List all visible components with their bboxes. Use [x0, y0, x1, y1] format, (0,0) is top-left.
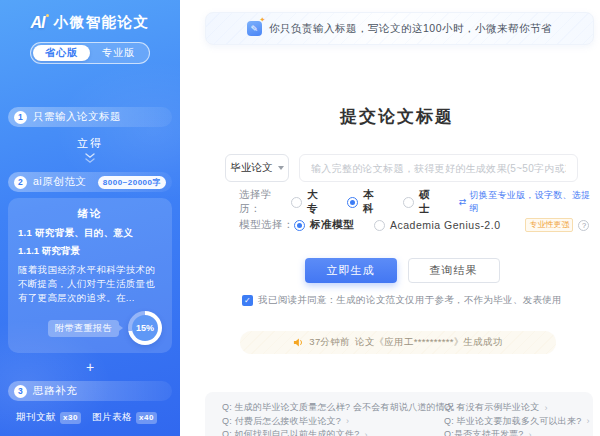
faq-text: Q: 毕业论文要加载多久可以出来?: [444, 415, 581, 428]
faq-item-receive[interactable]: Q: 付费后怎么接收毕业论文? ›: [222, 415, 444, 428]
faq-text: Q: 生成的毕业论文质量怎么样? 会不会有胡说八道的情况: [222, 401, 454, 414]
chevron-right-icon: ›: [586, 416, 589, 426]
step-1-pill: 1 只需输入论文标题: [8, 107, 172, 127]
preview-paragraph: 随着我国经济水平和科学技术的不断提高，人们对于生活质量也有了更高层次的追求。在.…: [18, 263, 162, 304]
chevron-right-icon: ›: [544, 403, 547, 413]
radio-model-standard[interactable]: 标准模型: [294, 218, 354, 232]
radio-icon: [374, 220, 385, 231]
resource-figures-tables: 图片表格 x40: [92, 411, 168, 424]
notice-bar: 37分钟前 论文《应用工**********》生成成功: [240, 331, 556, 354]
chevron-right-icon: ›: [529, 430, 532, 436]
radio-label: 硕士: [419, 188, 439, 216]
word-count-badge: 8000~20000字: [98, 176, 166, 189]
faq-item-loading-time[interactable]: Q: 毕业论文要加载多久可以出来? ›: [444, 415, 590, 428]
agreement-text: 我已阅读并同意：生成的论文范文仅用于参考，不作为毕业、发表使用: [258, 294, 562, 307]
step-3-pill: 3 思路补充: [8, 381, 172, 401]
faq-card: Q: 生成的毕业论文质量怎么样? 会不会有胡说八道的情况 › Q: 付费后怎么接…: [205, 392, 593, 436]
page-title: 提交论文标题: [180, 105, 600, 128]
plagiarism-report-tag: 附带查重报告: [48, 320, 119, 337]
step-3-number: 3: [14, 385, 27, 398]
radio-icon: [291, 197, 302, 208]
resource-journal-literature: 期刊文献 x30: [16, 411, 92, 424]
radio-degree-bachelor[interactable]: 本科: [347, 188, 383, 216]
faq-text: Q: 如何找到自己以前生成的文件?: [222, 428, 359, 436]
radio-label: Academia Genius-2.0: [390, 219, 500, 231]
degree-row: 选择学历： 大专 本科 硕士 ⇄ 切换至专业版，设字数、选提纲: [239, 195, 592, 209]
agreement-row: ✓ 我已阅读并同意：生成的论文范文仅用于参考，不作为毕业、发表使用: [180, 294, 600, 307]
chevron-down-icon: [278, 166, 284, 170]
app-title: 小微智能论文: [54, 13, 150, 32]
tab-pro-version[interactable]: 专业版: [90, 45, 147, 61]
faq-right-column: Q: 有没有示例毕业论文 › Q: 毕业论文要加载多久可以出来? › Q:是否支…: [444, 401, 590, 436]
faq-left-column: Q: 生成的毕业论文质量怎么样? 会不会有胡说八道的情况 › Q: 付费后怎么接…: [222, 401, 444, 436]
tab-worry-free-version[interactable]: 省心版: [33, 45, 90, 61]
sidebar: AI 小微智能论文 省心版 专业版 1 只需输入论文标题 立得 2 ai原创范文…: [0, 0, 180, 436]
notice-text: 论文《应用工**********》生成成功: [355, 336, 503, 349]
faq-item-sample[interactable]: Q: 有没有示例毕业论文 ›: [444, 401, 590, 414]
faq-text: Q: 付费后怎么接收毕业论文?: [222, 415, 341, 428]
pencil-sparkle-icon: ✎ ✦: [247, 21, 262, 36]
step-2-label: ai原创范文: [33, 175, 86, 189]
banner-text: 你只负责输入标题，写论文的这100小时，小微来帮你节省: [269, 22, 552, 36]
ai-logo-icon: AI: [31, 14, 49, 32]
faq-item-invoice[interactable]: Q:是否支持开发票? ›: [444, 428, 590, 436]
step-1-label: 只需输入论文标题: [33, 110, 121, 124]
resource-grid: 期刊文献 x30 图片表格 x40 写作思路 x3 致谢模板 x5: [16, 411, 168, 436]
resource-label: 期刊文献: [16, 411, 56, 424]
logo: AI 小微智能论文: [0, 13, 180, 32]
radio-model-academia-genius[interactable]: Academia Genius-2.0: [374, 219, 500, 231]
step-2-pill: 2 ai原创范文 8000~20000字: [8, 172, 172, 192]
resource-label: 图片表格: [92, 411, 132, 424]
radio-icon: [403, 197, 414, 208]
model-row: 模型选择： 标准模型 Academia Genius-2.0 专业性更强 ?: [239, 218, 592, 232]
resource-count-badge: x30: [60, 412, 81, 424]
radio-label: 大专: [307, 188, 327, 216]
switch-link-text: 切换至专业版，设字数、选提纲: [470, 189, 592, 215]
faq-item-quality[interactable]: Q: 生成的毕业论文质量怎么样? 会不会有胡说八道的情况 ›: [222, 401, 444, 414]
radio-degree-master[interactable]: 硕士: [403, 188, 439, 216]
model-label: 模型选择：: [239, 218, 294, 232]
app-window: AI 小微智能论文 省心版 专业版 1 只需输入论文标题 立得 2 ai原创范文…: [0, 0, 600, 436]
preview-heading: 绪论: [18, 207, 162, 221]
megaphone-icon: [293, 337, 304, 348]
resource-count-badge: x40: [136, 412, 157, 424]
radio-label: 标准模型: [310, 218, 354, 232]
notice-time: 37分钟前: [309, 336, 350, 349]
chevron-right-icon: ›: [346, 416, 349, 426]
step-3-label: 思路补充: [33, 384, 77, 398]
generate-now-button[interactable]: 立即生成: [305, 258, 397, 283]
switch-to-pro-link[interactable]: ⇄ 切换至专业版，设字数、选提纲: [459, 189, 592, 215]
plus-icon: +: [0, 359, 180, 375]
instant-label: 立得: [0, 136, 180, 151]
step-1-number: 1: [14, 111, 27, 124]
radio-checked-icon: [347, 197, 358, 208]
preview-outline-2: 1.1.1 研究背景: [18, 245, 162, 258]
faq-text: Q:是否支持开发票?: [444, 428, 524, 436]
agreement-checkbox[interactable]: ✓: [242, 295, 253, 306]
sample-paper-preview: 绪论 1.1 研究背景、目的、意义 1.1.1 研究背景 随着我国经济水平和科学…: [8, 198, 172, 353]
query-result-button[interactable]: 查询结果: [408, 258, 500, 283]
chevron-double-down-icon: [0, 153, 180, 165]
main-content: ✎ ✦ 你只负责输入标题，写论文的这100小时，小微来帮你节省 提交论文标题 毕…: [180, 0, 600, 436]
degree-label: 选择学历：: [239, 188, 291, 216]
similarity-ring: 15%: [128, 311, 162, 345]
paper-title-input[interactable]: [299, 154, 578, 182]
preview-footer: 附带查重报告 15%: [18, 311, 162, 345]
paper-type-value: 毕业论文: [231, 161, 273, 175]
swap-icon: ⇄: [459, 197, 467, 207]
paper-type-select[interactable]: 毕业论文: [225, 154, 289, 182]
similarity-value: 15%: [132, 315, 158, 341]
faq-text: Q: 有没有示例毕业论文: [444, 401, 539, 414]
radio-degree-college[interactable]: 大专: [291, 188, 327, 216]
promo-banner: ✎ ✦ 你只负责输入标题，写论文的这100小时，小微来帮你节省: [205, 12, 594, 45]
radio-label: 本科: [363, 188, 383, 216]
actions-row: 立即生成 查询结果: [180, 258, 600, 283]
faq-item-find-files[interactable]: Q: 如何找到自己以前生成的文件? ›: [222, 428, 444, 436]
version-tabs: 省心版 专业版: [30, 42, 150, 64]
pro-strength-badge: 专业性更强: [525, 218, 573, 232]
step-2-number: 2: [14, 176, 27, 189]
radio-checked-icon: [294, 220, 305, 231]
help-icon[interactable]: ?: [578, 220, 589, 231]
preview-outline-1: 1.1 研究背景、目的、意义: [18, 227, 162, 240]
title-form-row: 毕业论文: [225, 154, 578, 182]
